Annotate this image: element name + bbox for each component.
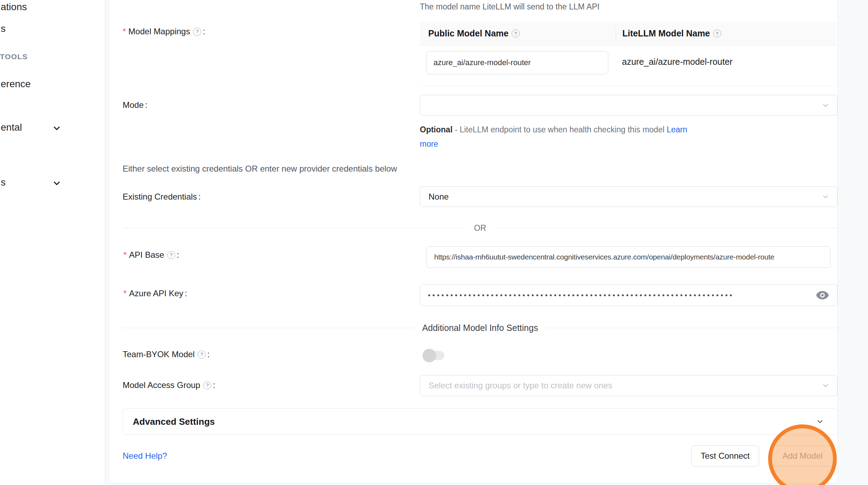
need-help-link[interactable]: Need Help? (123, 451, 167, 461)
eye-icon[interactable] (816, 291, 829, 300)
divider-line (495, 228, 838, 228)
column-separator (616, 27, 616, 41)
existing-credentials-value: None (420, 192, 449, 202)
chevron-down-icon (53, 179, 61, 187)
help-icon[interactable]: ? (167, 251, 175, 259)
azure-api-key-masked-value: ••••••••••••••••••••••••••••••••••••••••… (420, 291, 802, 299)
additional-settings-divider: Additional Model Info Settings (123, 323, 838, 333)
model-access-group-placeholder: Select existing groups or type to create… (420, 381, 612, 390)
sidebar-section-tools: TOOLS (0, 53, 28, 61)
divider-line (546, 328, 838, 328)
existing-credentials-select[interactable]: None (420, 186, 838, 207)
sidebar-item-experimental[interactable]: ental (1, 122, 22, 133)
model-mappings-table-header: Public Model Name ? LiteLLM Model Name ? (420, 22, 836, 46)
chevron-down-icon (822, 193, 829, 201)
model-mappings-label: * Model Mappings ? : (123, 27, 205, 36)
add-model-button[interactable]: Add Model (771, 445, 834, 466)
api-base-label: * API Base ? : (123, 250, 179, 260)
sidebar-item-settings[interactable]: s (1, 177, 6, 188)
existing-credentials-label: Existing Credentials: (123, 192, 201, 202)
api-base-input[interactable]: https://ishaa-mh6uutut-swedencentral.cog… (426, 246, 831, 268)
required-asterisk: * (123, 27, 126, 36)
advanced-settings-panel[interactable]: Advanced Settings (123, 408, 838, 435)
toggle-knob (423, 349, 436, 362)
chevron-down-icon (822, 102, 829, 109)
api-base-value: https://ishaa-mh6uutut-swedencentral.cog… (426, 253, 777, 261)
help-icon[interactable]: ? (713, 29, 721, 37)
add-model-page: ations s TOOLS erence ental s The model … (0, 0, 868, 485)
chevron-down-icon (822, 382, 829, 389)
help-icon[interactable]: ? (198, 351, 206, 359)
table-row (426, 51, 608, 74)
team-byok-toggle[interactable] (423, 349, 445, 362)
azure-api-key-input[interactable]: ••••••••••••••••••••••••••••••••••••••••… (420, 284, 838, 306)
help-icon[interactable]: ? (203, 381, 211, 389)
model-access-group-label: Model Access Group ? : (123, 380, 215, 390)
public-model-name-input[interactable] (426, 51, 608, 74)
chevron-down-icon (53, 124, 61, 132)
help-icon[interactable]: ? (193, 28, 201, 36)
sidebar: ations s TOOLS erence ental s (0, 0, 105, 485)
column-header-public-model-name: Public Model Name ? (420, 28, 616, 39)
divider-line (123, 228, 465, 228)
model-access-group-select[interactable]: Select existing groups or type to create… (420, 375, 838, 396)
column-header-litellm-model-name: LiteLLM Model Name ? (616, 28, 721, 39)
sidebar-item-organizations[interactable]: ations (1, 1, 27, 13)
sidebar-item-logs[interactable]: s (1, 23, 6, 34)
divider-line (123, 328, 415, 328)
chevron-down-icon (816, 417, 824, 426)
sidebar-item-inference[interactable]: erence (1, 78, 31, 90)
model-name-hint: The model name LiteLLM will send to the … (420, 2, 600, 12)
test-connect-button[interactable]: Test Connect (691, 445, 759, 466)
or-divider: OR (123, 223, 838, 233)
required-asterisk: * (123, 250, 127, 260)
learn-more-link[interactable]: more (420, 139, 438, 148)
learn-more-link[interactable]: Learn (667, 125, 687, 134)
mode-optional-note: Optional - LiteLLM endpoint to use when … (420, 123, 687, 151)
litellm-model-name-value: azure_ai/azure-model-router (622, 57, 732, 67)
azure-api-key-label: * Azure API Key : (123, 289, 187, 298)
help-icon[interactable]: ? (512, 29, 520, 37)
team-byok-label: Team-BYOK Model ? : (123, 349, 210, 359)
required-asterisk: * (123, 289, 127, 298)
advanced-settings-title: Advanced Settings (133, 416, 215, 427)
table-bottom-border (420, 86, 836, 86)
credentials-hint: Either select existing credentials OR en… (123, 164, 397, 174)
mode-label: Mode: (123, 100, 148, 110)
mode-select[interactable] (420, 95, 838, 116)
